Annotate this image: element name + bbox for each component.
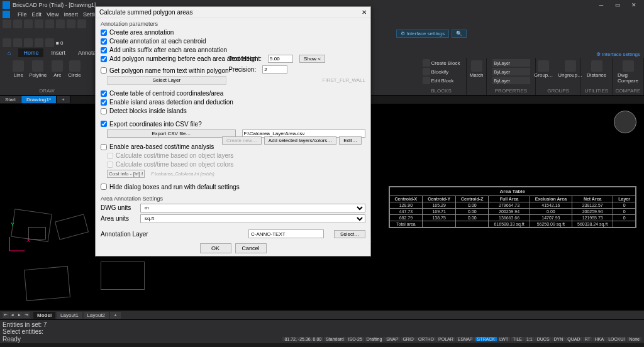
tool-distance[interactable]: Distance: [586, 59, 608, 79]
select-anno-layer-button[interactable]: Select…: [334, 230, 365, 238]
minimize-button[interactable]: ─: [594, 1, 609, 9]
edit-button[interactable]: Edit…: [339, 136, 362, 145]
layout-nav-next[interactable]: ▸: [16, 312, 23, 318]
chk-export-csv[interactable]: [101, 121, 107, 127]
prop-layer-1[interactable]: ByLayer: [492, 59, 530, 67]
status-toggle[interactable]: ESNAP: [456, 337, 475, 341]
context-tab-search[interactable]: 🔍: [452, 30, 467, 38]
tool-circle[interactable]: Circle: [67, 59, 82, 79]
tool-polyline[interactable]: Polyline: [28, 59, 48, 79]
status-toggle[interactable]: DYN: [552, 337, 565, 341]
tool-blockify[interactable]: Blockify: [423, 68, 460, 75]
add-colors-button[interactable]: Add selected layers/colors…: [264, 136, 336, 145]
doc-tab-drawing1[interactable]: Drawing1*: [21, 96, 57, 103]
ribbon-tab-home[interactable]: Home: [18, 48, 43, 57]
qat-icon[interactable]: [13, 38, 22, 47]
status-toggle[interactable]: ORTHO: [416, 337, 436, 341]
tool-ungroup[interactable]: Ungroup…: [557, 59, 584, 79]
qat-icon[interactable]: [45, 19, 54, 28]
tool-arc[interactable]: Arc: [50, 59, 64, 79]
qat-icon[interactable]: [67, 19, 75, 28]
status-toggle[interactable]: DUCS: [535, 337, 552, 341]
layout-tab-2[interactable]: Layout2: [84, 312, 109, 319]
tool-line[interactable]: Line: [11, 59, 25, 79]
menu-icon[interactable]: [3, 11, 10, 18]
chk-numbering[interactable]: [101, 56, 107, 62]
area-units-select[interactable]: sq.ft: [140, 214, 365, 223]
chk-islands[interactable]: [101, 99, 107, 106]
text-height-input[interactable]: [268, 55, 293, 63]
menu-view[interactable]: View: [47, 11, 58, 18]
status-toggle[interactable]: RT: [583, 337, 592, 341]
status-toggle[interactable]: SNAP: [384, 337, 400, 341]
layout-nav-last[interactable]: ⇥: [23, 312, 30, 318]
qat-icon[interactable]: [3, 38, 11, 47]
status-toggle[interactable]: LWT: [497, 337, 510, 341]
panel-title-utilities: UTILITIES: [585, 88, 608, 94]
layout-tab-model[interactable]: Model: [33, 312, 55, 319]
context-tab-iface[interactable]: ⚙ Interface settings: [396, 30, 449, 38]
menu-file[interactable]: File: [18, 11, 27, 18]
dwg-units-select[interactable]: m: [140, 204, 365, 212]
layout-nav-first[interactable]: ⇤: [3, 312, 9, 318]
status-toggle[interactable]: STRACK: [475, 337, 497, 341]
status-toggle[interactable]: GRID: [401, 337, 416, 341]
qat-icon[interactable]: [35, 38, 43, 47]
dialog-close-icon[interactable]: ✕: [362, 9, 367, 16]
menu-edit[interactable]: Edit: [32, 11, 42, 18]
status-toggle[interactable]: LOCKUI: [606, 337, 626, 341]
tool-create-block[interactable]: Create Block: [423, 59, 460, 67]
ok-button[interactable]: OK: [200, 243, 231, 253]
chk-poly-name[interactable]: [101, 67, 107, 74]
interface-settings-link[interactable]: ⚙ Interface settings: [596, 52, 640, 57]
status-toggle[interactable]: POLAR: [436, 337, 455, 341]
prop-layer-3[interactable]: ByLayer: [492, 77, 530, 84]
ribbon-tab-home-icon[interactable]: ⌂: [3, 48, 16, 57]
layout-nav-prev[interactable]: ◂: [9, 312, 16, 318]
close-button[interactable]: ✕: [626, 1, 641, 9]
status-toggle[interactable]: QUAD: [565, 337, 582, 341]
tool-compare[interactable]: Dwg Compare: [616, 59, 640, 85]
maximize-button[interactable]: ▭: [610, 1, 625, 9]
qat-icon[interactable]: [24, 19, 33, 28]
menu-insert[interactable]: Insert: [64, 11, 78, 18]
chk-hide-dialogs[interactable]: [101, 184, 107, 190]
status-toggle[interactable]: HKA: [593, 337, 606, 341]
status-toggle[interactable]: Drafting: [365, 337, 384, 341]
qat-icon[interactable]: [56, 19, 65, 28]
qat-icon[interactable]: [35, 19, 43, 28]
tool-group[interactable]: Group…: [533, 59, 554, 79]
doc-tab-add[interactable]: +: [57, 96, 70, 103]
tool-edit-block[interactable]: Edit Block: [423, 77, 460, 84]
export-csv-button[interactable]: Export CSV file…: [107, 129, 236, 138]
layout-tab-1[interactable]: Layout1: [57, 312, 82, 319]
tool-match[interactable]: Match: [469, 59, 485, 79]
qat-icon[interactable]: [3, 19, 11, 28]
qat-icon[interactable]: [45, 38, 54, 47]
status-toggle[interactable]: 1:1: [525, 337, 535, 341]
qat-icon[interactable]: [24, 38, 33, 47]
chk-centroid[interactable]: [101, 38, 107, 45]
status-toggle[interactable]: None: [627, 337, 641, 341]
command-line[interactable]: Entities in set: 7 Select entities:: [0, 319, 644, 334]
prop-layer-2[interactable]: ByLayer: [492, 68, 530, 75]
qat-icon[interactable]: [13, 19, 22, 28]
select-layer-button[interactable]: Select Layer: [107, 76, 226, 85]
chk-suffix[interactable]: [101, 47, 107, 53]
precision-input[interactable]: [262, 65, 287, 74]
compass-widget[interactable]: [614, 111, 636, 133]
qat-icon[interactable]: [77, 19, 86, 28]
status-toggle[interactable]: TILE: [511, 337, 524, 341]
doc-tab-start[interactable]: Start: [0, 96, 21, 103]
layout-tab-add[interactable]: +: [110, 312, 121, 319]
chk-detect-blocks[interactable]: [101, 108, 107, 114]
chk-cost[interactable]: [101, 144, 107, 150]
status-toggle[interactable]: Standard: [324, 337, 345, 341]
chk-table[interactable]: [101, 91, 107, 97]
show-button[interactable]: Show <: [299, 55, 325, 63]
status-toggle[interactable]: ISO-25: [347, 337, 364, 341]
chk-create-area[interactable]: [101, 30, 107, 36]
cancel-button[interactable]: Cancel: [235, 243, 267, 253]
ribbon-tab-insert[interactable]: Insert: [46, 48, 70, 57]
anno-layer-input[interactable]: [248, 229, 324, 238]
